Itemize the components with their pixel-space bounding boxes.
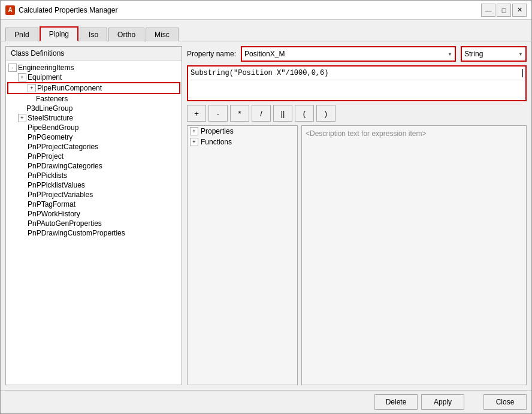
minimize-button[interactable]: — [481,4,495,17]
bottom-panels: + Properties + Functions <Description te… [187,125,527,385]
expression-text: Substring("Position X"/1000,0,6) [191,69,522,77]
class-definitions-header: Class Definitions [6,47,182,61]
properties-panel[interactable]: + Properties + Functions [187,125,298,385]
expression-input-line: Substring("Position X"/1000,0,6) [191,69,523,80]
tree-item-pipe-run-component[interactable]: + PipeRunComponent [7,82,180,94]
tab-misc[interactable]: Misc [146,28,179,41]
tree-item-pnpprojectcategories[interactable]: PnPProjectCategories [7,142,180,152]
title-bar: A Calculated Properties Manager — □ ✕ [1,1,531,20]
tree-item-pnpdrawingcustomproperties[interactable]: PnPDrawingCustomProperties [7,228,180,238]
tree-item-pnpproject[interactable]: PnPProject [7,152,180,161]
property-name-label: Property name: [187,50,236,58]
expand-equipment[interactable]: + [18,73,26,81]
property-name-row: Property name: PositionX_M String Intege… [187,46,527,62]
apply-button[interactable]: Apply [421,394,464,410]
description-text: <Description text for expression item> [306,129,426,138]
main-content: Class Definitions - EngineeringItems + E… [1,41,531,390]
op-open-paren-button[interactable]: ( [295,105,314,122]
operator-row: + - * / || ( ) [187,105,527,122]
expand-steelstructure[interactable]: + [18,114,26,122]
tree-item-pnpautogenproperties[interactable]: PnPAutoGenProperties [7,219,180,228]
tree-item-pnpworkhistory[interactable]: PnPWorkHistory [7,209,180,219]
tree-item-p3dlinegroup[interactable]: P3dLineGroup [7,104,180,113]
tree-container[interactable]: - EngineeringItems + Equipment + PipeRun… [6,61,182,385]
tab-piping[interactable]: Piping [40,26,78,41]
description-panel: <Description text for expression item> [301,125,527,385]
app-icon: A [5,5,15,15]
restore-button[interactable]: □ [497,4,511,17]
tree-item-equipment[interactable]: + Equipment [7,72,180,82]
expression-area[interactable]: Substring("Position X"/1000,0,6) [187,65,527,101]
close-button[interactable]: Close [483,394,527,410]
footer: DeleteApplyClose [1,390,531,413]
tree-item-pnptagformat[interactable]: PnPTagFormat [7,200,180,209]
props-tree-functions[interactable]: + Functions [188,137,297,147]
props-tree-properties[interactable]: + Properties [188,126,297,137]
tree-item-steelstructure[interactable]: + SteelStructure [7,113,180,123]
op-close-paren-button[interactable]: ) [316,105,335,122]
delete-button[interactable]: Delete [374,394,418,410]
left-panel: Class Definitions - EngineeringItems + E… [5,46,182,385]
property-name-select[interactable]: PositionX_M [241,46,456,62]
tab-bar: PnId Piping Iso Ortho Misc [1,20,531,41]
tree-item-fasteners[interactable]: Fasteners [7,94,180,104]
tab-iso[interactable]: Iso [80,28,107,41]
tree-item-engineering-items[interactable]: - EngineeringItems [7,63,180,72]
property-type-select[interactable]: String Integer Double Boolean [461,46,527,62]
op-plus-button[interactable]: + [187,105,206,122]
tab-ortho[interactable]: Ortho [108,28,144,41]
expand-properties[interactable]: + [190,127,198,135]
tree-item-pnppicklistvalues[interactable]: PnPPicklistValues [7,180,180,190]
tree-item-pnpgeometry[interactable]: PnPGeometry [7,132,180,142]
window-title: Calculated Properties Manager [19,6,117,14]
expand-engineering-items[interactable]: - [8,64,17,72]
expand-functions[interactable]: + [190,138,198,146]
close-window-button[interactable]: ✕ [512,4,527,17]
tree-item-pnpprojectvariables[interactable]: PnPProjectVariables [7,190,180,200]
main-window: A Calculated Properties Manager — □ ✕ Pn… [0,0,532,414]
expand-pipe-run-component[interactable]: + [28,84,36,92]
op-multiply-button[interactable]: * [230,105,249,122]
op-concat-button[interactable]: || [273,105,292,122]
tab-pnid[interactable]: PnId [5,28,38,41]
property-type-wrapper: String Integer Double Boolean [461,46,527,62]
tree-item-pnppicklists[interactable]: PnPPicklists [7,171,180,180]
tree-item-pipebendgroup[interactable]: PipeBendGroup [7,123,180,132]
op-divide-button[interactable]: / [252,105,271,122]
property-name-wrapper: PositionX_M [241,46,456,62]
right-panel: Property name: PositionX_M String Intege… [187,46,527,385]
cursor [522,69,523,77]
tree-item-pnpdrawingcategories[interactable]: PnPDrawingCategories [7,161,180,171]
op-minus-button[interactable]: - [208,105,228,122]
